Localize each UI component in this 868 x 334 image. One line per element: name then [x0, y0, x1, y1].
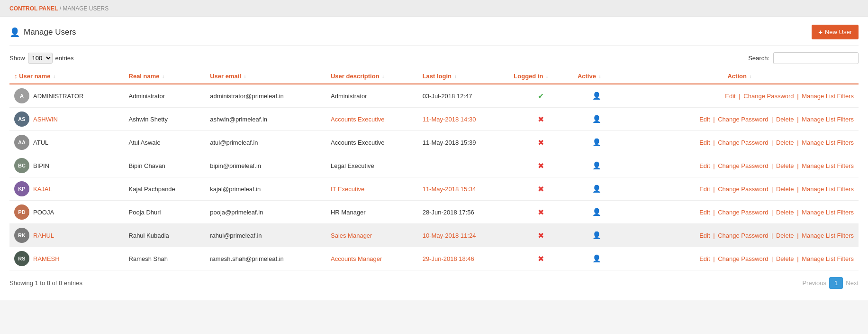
users-icon: 👤: [9, 27, 20, 37]
active-cell: 👤: [573, 224, 621, 247]
logged-in-cell: ✖: [509, 247, 573, 270]
action-delete[interactable]: Delete: [776, 162, 794, 169]
col-last-login[interactable]: Last login ↕: [418, 69, 509, 84]
action-delete[interactable]: Delete: [776, 116, 794, 123]
col-email[interactable]: User email ↕: [205, 69, 326, 84]
col-username[interactable]: ↕ User name ↕: [9, 69, 124, 84]
action-manage-list-filters[interactable]: Manage List Filters: [802, 232, 854, 239]
description-cell: IT Executive: [326, 177, 418, 201]
username-link[interactable]: KAJAL: [33, 186, 52, 193]
logged-in-cross: ✖: [538, 115, 544, 123]
last-login-cell: 11-May-2018 15:39: [418, 131, 509, 154]
action-change-password[interactable]: Change Password: [718, 162, 768, 169]
active-cell: 👤: [573, 108, 621, 131]
action-cell: Edit | Change Password | Delete | Manage…: [621, 201, 859, 224]
action-manage-list-filters[interactable]: Manage List Filters: [802, 162, 854, 169]
controls-row: Show 100 10 25 50 entries Search:: [9, 46, 859, 69]
action-manage-list-filters[interactable]: Manage List Filters: [802, 186, 854, 193]
username-link[interactable]: RAMESH: [33, 255, 60, 262]
username-link[interactable]: ASHWIN: [33, 116, 58, 123]
last-login-cell: 10-May-2018 11:24: [418, 224, 509, 247]
last-login-cell: 03-Jul-2018 12:47: [418, 84, 509, 108]
page-1-button[interactable]: 1: [829, 277, 843, 289]
action-separator: |: [769, 139, 775, 146]
action-separator: |: [769, 209, 775, 216]
description-cell: Accounts Executive: [326, 131, 418, 154]
action-edit[interactable]: Edit: [699, 232, 710, 239]
entries-label: entries: [55, 55, 74, 62]
col-description[interactable]: User description ↕: [326, 69, 418, 84]
action-separator: |: [796, 162, 801, 169]
table-footer: Showing 1 to 8 of 8 entries Previous 1 N…: [9, 270, 859, 291]
pagination: Previous 1 Next: [802, 277, 859, 289]
action-delete[interactable]: Delete: [776, 186, 794, 193]
username-cell: A ADMINISTRATOR: [9, 84, 124, 108]
col-logged-in[interactable]: Logged in ↕: [509, 69, 573, 84]
plus-icon: +: [818, 28, 823, 36]
action-change-password[interactable]: Change Password: [718, 209, 768, 216]
action-manage-list-filters[interactable]: Manage List Filters: [802, 139, 854, 146]
action-change-password[interactable]: Change Password: [718, 186, 768, 193]
action-manage-list-filters[interactable]: Manage List Filters: [802, 209, 854, 216]
sort-icon-email: ↕: [244, 74, 246, 79]
new-user-label: New User: [825, 28, 852, 36]
action-separator: |: [769, 255, 775, 262]
action-edit[interactable]: Edit: [699, 255, 710, 262]
col-active[interactable]: Active ↕: [573, 69, 621, 84]
logged-in-cross: ✖: [538, 208, 544, 216]
action-separator: |: [796, 255, 801, 262]
action-separator: |: [796, 116, 801, 123]
new-user-button[interactable]: + New User: [812, 25, 859, 39]
username-link[interactable]: RAHUL: [33, 232, 54, 239]
action-separator: |: [796, 93, 801, 100]
logged-in-cell: ✖: [509, 224, 573, 247]
col-action[interactable]: Action ↕: [621, 69, 859, 84]
username-text: ATUL: [33, 139, 48, 146]
username-cell: AS ASHWIN: [9, 108, 124, 131]
entries-select[interactable]: 100 10 25 50: [28, 53, 53, 64]
action-delete[interactable]: Delete: [776, 139, 794, 146]
breadcrumb-control-panel[interactable]: CONTROL PANEL: [9, 5, 58, 12]
col-realname[interactable]: Real name ↕: [124, 69, 206, 84]
action-cell: Edit | Change Password | Manage List Fil…: [621, 84, 859, 108]
action-separator: |: [769, 116, 775, 123]
action-edit[interactable]: Edit: [699, 162, 710, 169]
action-delete[interactable]: Delete: [776, 232, 794, 239]
logged-in-check: ✔: [538, 92, 544, 100]
action-manage-list-filters[interactable]: Manage List Filters: [802, 93, 854, 100]
action-edit[interactable]: Edit: [699, 209, 710, 216]
action-change-password[interactable]: Change Password: [743, 93, 794, 100]
action-delete[interactable]: Delete: [776, 209, 794, 216]
realname-cell: Bipin Chavan: [124, 154, 206, 177]
search-input[interactable]: [773, 52, 859, 64]
action-manage-list-filters[interactable]: Manage List Filters: [802, 255, 854, 262]
realname-cell: Ramesh Shah: [124, 247, 206, 270]
action-change-password[interactable]: Change Password: [718, 255, 768, 262]
email-cell: administrator@primeleaf.in: [205, 84, 326, 108]
action-edit[interactable]: Edit: [699, 139, 710, 146]
action-delete[interactable]: Delete: [776, 255, 794, 262]
active-cell: 👤: [573, 201, 621, 224]
active-cell: 👤: [573, 247, 621, 270]
next-label: Next: [846, 279, 859, 287]
last-login-cell: 28-Jun-2018 17:56: [418, 201, 509, 224]
action-cell: Edit | Change Password | Delete | Manage…: [621, 247, 859, 270]
avatar: RS: [14, 251, 29, 266]
action-edit[interactable]: Edit: [699, 116, 710, 123]
action-separator: |: [769, 186, 775, 193]
logged-in-cross: ✖: [538, 255, 544, 263]
page-header: 👤 Manage Users + New User: [9, 17, 859, 46]
realname-cell: Kajal Pachpande: [124, 177, 206, 201]
action-separator: |: [712, 116, 717, 123]
table-row: AA ATUL Atul Aswale atul@primeleaf.in Ac…: [9, 131, 859, 154]
show-label: Show: [9, 55, 25, 62]
action-edit[interactable]: Edit: [699, 186, 710, 193]
username-text: ADMINISTRATOR: [33, 93, 83, 100]
action-change-password[interactable]: Change Password: [718, 116, 768, 123]
action-change-password[interactable]: Change Password: [718, 139, 768, 146]
username-cell: BC BIPIN: [9, 154, 124, 177]
action-separator: |: [712, 209, 717, 216]
action-edit[interactable]: Edit: [725, 93, 735, 100]
action-change-password[interactable]: Change Password: [718, 232, 768, 239]
action-manage-list-filters[interactable]: Manage List Filters: [802, 116, 854, 123]
